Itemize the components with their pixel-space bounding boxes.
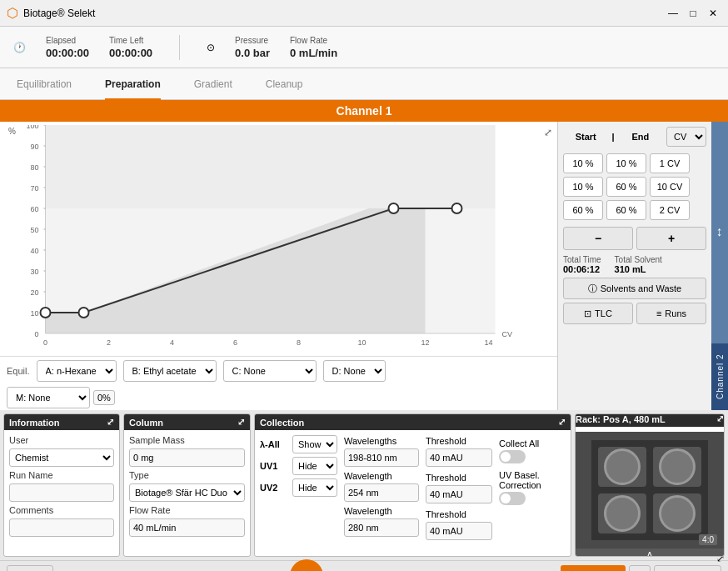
- channel2-side-tab[interactable]: Channel 2: [711, 343, 728, 410]
- time-left-label: Time Left: [109, 36, 152, 45]
- chart-expand-icon[interactable]: ⤢: [544, 127, 552, 138]
- chart-svg[interactable]: 100 90 80 70 60 50 40 30 20 10: [7, 125, 551, 350]
- gradient-cv-0[interactable]: 1 CV: [650, 153, 690, 173]
- threshold1-input[interactable]: [426, 448, 492, 467]
- gradient-end-1[interactable]: 60 %: [606, 177, 646, 197]
- collection-panel: Collection ⤢ λ-All Show Hide UV1 Hide: [254, 413, 571, 557]
- user-select[interactable]: Chemist Admin: [9, 448, 114, 467]
- m-select-row: M: None 0%: [0, 385, 557, 410]
- lambda-all-label: λ-All: [260, 439, 289, 449]
- start-label: Start: [563, 132, 608, 142]
- svg-text:60: 60: [30, 205, 38, 213]
- time-left-group: Time Left 00:00:00: [109, 36, 152, 59]
- bottom-toolbar: Menu ▶ Channel 1 ↔ Channel 2: [0, 560, 728, 571]
- tab-preparation[interactable]: Preparation: [105, 75, 161, 93]
- comments-input[interactable]: [9, 518, 114, 537]
- equil-row: Equil. A: n-Hexane A: None B: Ethyl acet…: [0, 356, 557, 385]
- total-time-label: Total Time: [563, 255, 601, 264]
- collect-all-label: Collect All: [499, 438, 539, 448]
- gradient-start-2[interactable]: 60 %: [563, 200, 603, 220]
- tlc-button[interactable]: ⊡ TLC: [563, 303, 633, 324]
- gradient-start-0[interactable]: 10 %: [563, 153, 603, 173]
- pressure-group: Pressure 0.0 bar: [235, 36, 270, 59]
- collection-panel-expand-icon[interactable]: ⤢: [558, 417, 566, 428]
- rack-panel-expand-icon[interactable]: ⤢: [716, 413, 724, 424]
- app-logo-icon: ⬡: [7, 5, 18, 21]
- information-panel: Information ⤢ User Chemist Admin Run Nam…: [3, 413, 120, 557]
- equil-label: Equil.: [7, 366, 30, 376]
- threshold3-label: Threshold: [426, 509, 466, 519]
- total-time-value: 00:06:12: [563, 264, 601, 274]
- channel2-button[interactable]: Channel 2: [654, 565, 721, 572]
- close-button[interactable]: ✕: [705, 5, 721, 22]
- side-arrow[interactable]: ↔: [711, 122, 728, 343]
- column-type-label: Type: [129, 470, 179, 480]
- svg-text:90: 90: [30, 143, 38, 151]
- gradient-end-0[interactable]: 10 %: [606, 153, 646, 173]
- channel1-button[interactable]: Channel 1: [561, 565, 626, 572]
- svg-point-35: [41, 308, 51, 318]
- svg-text:100: 100: [26, 125, 38, 130]
- sample-mass-input[interactable]: [129, 448, 245, 467]
- column-type-select-row: Biotage® Sfär HC Duo 10g Other: [129, 483, 245, 502]
- remove-row-button[interactable]: −: [563, 227, 633, 250]
- play-button[interactable]: ▶: [290, 559, 323, 572]
- m-select[interactable]: M: None: [7, 387, 90, 408]
- wavelength1-input[interactable]: [344, 483, 419, 502]
- wavelength1-label: Wavelength: [344, 471, 392, 481]
- solvent-a-select[interactable]: A: n-Hexane A: None: [37, 360, 117, 382]
- user-label: User: [9, 435, 59, 445]
- flow-rate-label: Flow Rate: [290, 36, 337, 45]
- solvents-waste-button[interactable]: ⓘ Solvents and Waste: [563, 278, 706, 299]
- minimize-button[interactable]: —: [665, 5, 681, 22]
- run-name-input[interactable]: [9, 483, 114, 502]
- flow-rate-group: Flow Rate 0 mL/min: [290, 36, 337, 59]
- solvent-d-select[interactable]: D: None: [323, 360, 386, 382]
- user-row: User: [9, 435, 114, 445]
- bottom-panels: Information ⤢ User Chemist Admin Run Nam…: [0, 410, 728, 560]
- maximize-button[interactable]: □: [685, 5, 701, 22]
- svg-point-36: [79, 308, 89, 318]
- solvent-b-select[interactable]: B: Ethyl acetate B: None: [123, 360, 217, 382]
- add-row-button[interactable]: +: [636, 227, 706, 250]
- tab-equilibration[interactable]: Equilibration: [17, 75, 72, 93]
- tab-gradient[interactable]: Gradient: [194, 75, 232, 93]
- gradient-start-1[interactable]: 10 %: [563, 177, 603, 197]
- threshold2-input[interactable]: [426, 485, 492, 503]
- column-type-row: Type: [129, 470, 245, 480]
- threshold-label: Threshold: [426, 436, 466, 446]
- gradient-cv-1[interactable]: 10 CV: [650, 177, 690, 197]
- flask-1-inner: [604, 448, 641, 485]
- gradient-end-2[interactable]: 60 %: [606, 200, 646, 220]
- elapsed-label: Elapsed: [46, 36, 89, 45]
- uv2-select[interactable]: Hide Show: [292, 478, 337, 497]
- comments-row: Comments: [9, 505, 114, 515]
- threshold3-input[interactable]: [426, 522, 492, 540]
- svg-text:0: 0: [43, 338, 47, 347]
- uv2-label: UV2: [260, 483, 289, 493]
- column-type-select[interactable]: Biotage® Sfär HC Duo 10g Other: [129, 483, 245, 502]
- gradient-cv-2[interactable]: 2 CV: [650, 200, 690, 220]
- uv1-select[interactable]: Hide Show: [292, 457, 337, 475]
- info-icon: ⓘ: [588, 283, 597, 295]
- menu-button[interactable]: Menu: [7, 565, 53, 572]
- collect-all-toggle[interactable]: [499, 450, 526, 463]
- info-panel-expand-icon[interactable]: ⤢: [107, 417, 114, 428]
- column-panel-expand-icon[interactable]: ⤢: [237, 417, 245, 428]
- wavelengths-input[interactable]: [344, 448, 419, 467]
- flask-1: [598, 447, 646, 487]
- rack-visual: 4:0: [576, 432, 724, 548]
- lambda-all-select[interactable]: Show Hide: [292, 435, 337, 453]
- rack-counter: 4:0: [699, 534, 717, 545]
- wavelength2-input[interactable]: [344, 518, 419, 537]
- runs-button[interactable]: ≡ Runs: [636, 303, 706, 324]
- tab-cleanup[interactable]: Cleanup: [266, 75, 303, 93]
- uv-baseline-toggle[interactable]: [499, 492, 526, 505]
- svg-rect-1: [46, 125, 496, 208]
- cv-unit-select[interactable]: CV mL min: [666, 127, 706, 147]
- channel-arrow-button[interactable]: ↔: [629, 565, 651, 572]
- solvent-c-select[interactable]: C: None C: Ethyl acetate: [223, 360, 317, 382]
- user-select-row: Chemist Admin: [9, 448, 114, 467]
- runs-icon: ≡: [656, 308, 661, 318]
- column-flow-rate-input[interactable]: [129, 518, 245, 537]
